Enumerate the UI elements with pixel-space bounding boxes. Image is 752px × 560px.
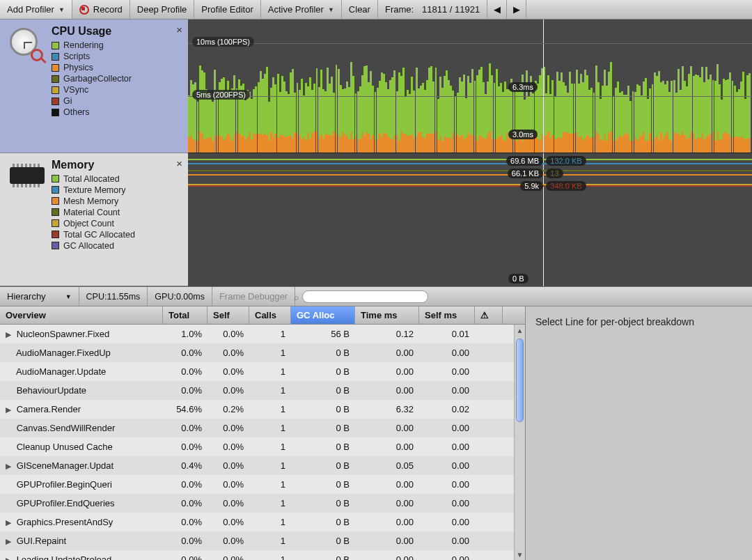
expand-icon[interactable]: ▶ <box>6 462 14 471</box>
clear-button[interactable]: Clear <box>342 0 378 19</box>
expand-icon[interactable]: ▶ <box>6 537 14 546</box>
legend-item[interactable]: Total Allocated <box>52 174 181 184</box>
legend-item[interactable]: Object Count <box>52 219 181 228</box>
table-row[interactable]: ▶ GISceneManager.Updat0.4%0.0%10 B0.050.… <box>0 456 525 475</box>
prev-frame-button[interactable]: ◀ <box>487 0 507 19</box>
cell: 0.00 <box>419 460 475 471</box>
measurement-label: 6.3ms <box>508 82 538 92</box>
legend-item[interactable]: Material Count <box>52 208 181 217</box>
table-row[interactable]: AudioManager.FixedUp0.0%0.0%10 B0.000.00 <box>0 343 525 362</box>
col-self[interactable]: Self <box>207 306 249 324</box>
graph-canvas-area: 10ms (100FPS)5ms (200FPS)6.3ms3.0ms 69.6… <box>188 20 752 286</box>
expand-icon[interactable]: ▶ <box>6 405 14 414</box>
cpu-graph[interactable]: 10ms (100FPS)5ms (200FPS)6.3ms3.0ms <box>188 20 752 153</box>
profile-editor-button[interactable]: Profile Editor <box>194 0 260 19</box>
table-row[interactable]: ▶ GUI.Repaint0.0%0.0%10 B0.000.00 <box>0 531 525 550</box>
control-bar: Hierarchy ▼ CPU:11.55ms GPU:0.00ms Frame… <box>0 287 752 306</box>
expand-icon[interactable]: ▶ <box>6 518 14 527</box>
table-row[interactable]: ▶ Graphics.PresentAndSy0.0%0.0%10 B0.000… <box>0 513 525 531</box>
record-button[interactable]: Record <box>72 0 130 19</box>
next-frame-button[interactable]: ▶ <box>507 0 526 19</box>
col-warn[interactable]: ⚠ <box>475 306 503 324</box>
legend-item[interactable]: Rendering <box>52 40 181 50</box>
scrollbar-thumb[interactable] <box>516 339 524 422</box>
scrollbar[interactable]: ▲ ▼ <box>514 325 525 560</box>
timeline-scrubber[interactable] <box>543 153 544 287</box>
expand-icon[interactable]: ▶ <box>6 556 14 560</box>
cell: ▶ Graphics.PresentAndSy <box>0 517 163 527</box>
hierarchy-dropdown[interactable]: Hierarchy ▼ <box>0 287 79 306</box>
cell: 1 <box>249 479 291 490</box>
legend-item[interactable]: Gi <box>52 96 181 106</box>
legend-item[interactable]: Physics <box>52 63 181 72</box>
col-gc-alloc[interactable]: GC Alloc <box>291 306 355 324</box>
measurement-label: 69.6 MB <box>506 156 543 166</box>
expand-icon[interactable]: ▶ <box>6 330 14 339</box>
cell: 0.0% <box>163 479 207 490</box>
cell: 0.0% <box>207 460 249 471</box>
table-row[interactable]: Cleanup Unused Cache0.0%0.0%10 B0.000.00 <box>0 437 525 456</box>
cell: 0 B <box>291 385 355 396</box>
memory-graph[interactable]: 69.6 MB66.1 KB5.9k132.0 KB13348.0 KB0 B <box>188 153 752 287</box>
cell: 0.00 <box>419 498 475 508</box>
scroll-up-icon[interactable]: ▲ <box>515 325 525 336</box>
table-row[interactable]: BehaviourUpdate0.0%0.0%10 B0.000.00 <box>0 381 525 400</box>
cell: 0.00 <box>355 442 419 452</box>
legend-label: GarbageCollector <box>63 74 132 84</box>
arrow-left-icon: ◀ <box>494 4 501 15</box>
cpu-panel[interactable]: × CPU Usage RenderingScriptsPhysicsGarba… <box>0 20 188 153</box>
legend-label: Gi <box>63 96 72 106</box>
cell: 0.0% <box>207 554 249 560</box>
col-self-ms[interactable]: Self ms <box>419 306 475 324</box>
table-row[interactable]: ▶ Loading.UpdatePreload0.0%0.0%10 B0.000… <box>0 550 525 560</box>
cell: 0 B <box>291 423 355 433</box>
cell: 0.00 <box>419 536 475 546</box>
table-row[interactable]: ▶ NucleonSpawner.Fixed1.0%0.0%156 B0.120… <box>0 325 525 343</box>
legend-item[interactable]: Others <box>52 107 181 117</box>
cell: 0.0% <box>207 517 249 527</box>
grid-label: 10ms (100FPS) <box>192 37 254 47</box>
profile-editor-label: Profile Editor <box>201 4 253 15</box>
legend-swatch <box>52 208 59 216</box>
scroll-down-icon[interactable]: ▼ <box>515 549 525 560</box>
frame-debugger-button[interactable]: Frame Debugger <box>212 287 295 306</box>
legend-item[interactable]: Mesh Memory <box>52 196 181 206</box>
close-icon[interactable]: × <box>176 24 182 36</box>
legend-item[interactable]: GC Allocated <box>52 241 181 251</box>
frame-debugger-label: Frame Debugger <box>219 291 288 302</box>
legend-item[interactable]: Scripts <box>52 52 181 61</box>
table-header: Overview Total Self Calls GC Alloc Time … <box>0 306 525 325</box>
col-calls[interactable]: Calls <box>249 306 291 324</box>
table-row[interactable]: AudioManager.Update0.0%0.0%10 B0.000.00 <box>0 362 525 381</box>
cell: 0.00 <box>419 554 475 560</box>
legend-item[interactable]: Texture Memory <box>52 185 181 195</box>
cell: 56 B <box>291 329 355 339</box>
memory-panel[interactable]: × Memory Total AllocatedTexture MemoryMe… <box>0 153 188 287</box>
table-row[interactable]: GPUProfiler.BeginQueri0.0%0.0%10 B0.000.… <box>0 475 525 494</box>
table-row[interactable]: ▶ Camera.Render54.6%0.2%10 B6.320.02 <box>0 400 525 419</box>
close-icon[interactable]: × <box>176 157 182 169</box>
legend-item[interactable]: GarbageCollector <box>52 74 181 84</box>
cell: 0.0% <box>163 423 207 433</box>
timeline-scrubber[interactable] <box>543 20 544 153</box>
add-profiler-label: Add Profiler <box>7 4 54 15</box>
overview-table: Overview Total Self Calls GC Alloc Time … <box>0 306 526 560</box>
cell: 0 B <box>291 460 355 471</box>
cell: 0.12 <box>355 329 419 339</box>
active-profiler-dropdown[interactable]: Active Profiler ▼ <box>261 0 342 19</box>
table-row[interactable]: GPUProfiler.EndQueries0.0%0.0%10 B0.000.… <box>0 494 525 513</box>
legend-item[interactable]: Total GC Allocated <box>52 230 181 240</box>
cell: 0.00 <box>419 366 475 377</box>
cell: 0.0% <box>207 479 249 490</box>
legend-label: Rendering <box>63 40 104 50</box>
table-row[interactable]: Canvas.SendWillRender0.0%0.0%10 B0.000.0… <box>0 419 525 437</box>
add-profiler-dropdown[interactable]: Add Profiler ▼ <box>0 0 72 19</box>
col-total[interactable]: Total <box>163 306 207 324</box>
col-time-ms[interactable]: Time ms <box>355 306 419 324</box>
deep-profile-button[interactable]: Deep Profile <box>130 0 195 19</box>
legend-swatch <box>52 242 59 249</box>
cell: 6.32 <box>355 404 419 414</box>
col-overview[interactable]: Overview <box>0 306 163 324</box>
legend-item[interactable]: VSync <box>52 85 181 95</box>
search-input[interactable] <box>302 290 428 303</box>
